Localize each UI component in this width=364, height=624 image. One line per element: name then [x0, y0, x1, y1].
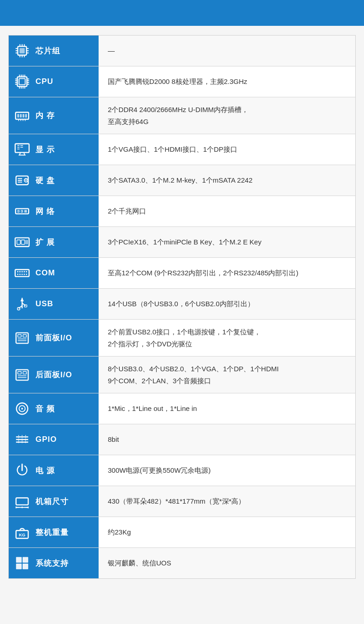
svg-rect-35: [23, 114, 24, 118]
svg-point-71: [23, 271, 25, 273]
front-io-icon: [13, 329, 31, 347]
svg-rect-114: [16, 564, 22, 569]
svg-rect-15: [19, 78, 25, 84]
size-icon: [13, 493, 31, 510]
svg-rect-112: [16, 557, 22, 563]
svg-point-74: [19, 273, 21, 275]
label-text-gpio: GPIO: [35, 435, 57, 444]
label-text-hdd: 硬 盘: [35, 175, 55, 186]
memory-icon: [13, 107, 31, 125]
svg-rect-64: [21, 240, 25, 244]
label-text-audio: 音 频: [35, 404, 55, 414]
label-cell-expansion: 扩 展: [9, 227, 99, 258]
value-cell-expansion: 3个PCIeX16、1个miniPCle B Key、1个M.2 E Key: [99, 227, 355, 258]
label-text-com: COM: [35, 268, 55, 278]
svg-point-69: [19, 271, 21, 273]
power-icon: [13, 462, 31, 479]
value-cell-com: 至高12个COM (9个RS232内部引出，2个RS232/485内部引出): [99, 258, 355, 289]
label-cell-hdd: 硬 盘: [9, 165, 99, 196]
com-icon: [13, 264, 31, 282]
svg-rect-41: [15, 144, 29, 153]
value-cell-power: 300W电源(可更换550W冗余电源): [99, 455, 355, 486]
value-cell-hdd: 3个SATA3.0、1个M.2 M-key、1个mSATA 2242: [99, 165, 355, 196]
svg-rect-63: [17, 240, 21, 244]
label-cell-os: 系统支持: [9, 548, 99, 579]
svg-point-60: [18, 211, 19, 212]
weight-icon: KG: [13, 523, 31, 541]
cpu-icon: [13, 73, 31, 90]
value-cell-weight: 约23Kg: [99, 517, 355, 548]
display-icon: [13, 141, 31, 158]
chipset-icon: [13, 42, 31, 59]
value-cell-size: 430（带耳朵482）*481*177mm（宽*深*高）: [99, 486, 355, 517]
specs-table-container: 芯片组—CPU国产飞腾腾锐D2000 8核处理器，主频2.3GHz内 存2个DD…: [8, 35, 356, 579]
label-cell-rear-io: 后面板I/O: [9, 357, 99, 393]
svg-rect-67: [15, 269, 29, 276]
svg-rect-103: [16, 498, 28, 505]
value-cell-network: 2个千兆网口: [99, 196, 355, 227]
svg-rect-1: [19, 48, 24, 53]
svg-point-61: [21, 211, 22, 212]
label-text-weight: 整机重量: [35, 527, 69, 538]
value-cell-gpio: 8bit: [99, 424, 355, 455]
label-text-size: 机箱尺寸: [35, 496, 69, 507]
hdd-icon: [13, 172, 31, 189]
value-cell-cpu: 国产飞腾腾锐D2000 8核处理器，主频2.3GHz: [99, 66, 355, 97]
svg-point-70: [22, 271, 23, 273]
svg-marker-79: [20, 298, 24, 302]
svg-rect-115: [23, 564, 28, 569]
label-cell-audio: 音 频: [9, 393, 99, 424]
page-wrapper: 芯片组—CPU国产飞腾腾锐D2000 8核处理器，主频2.3GHz内 存2个DD…: [0, 0, 364, 579]
svg-point-52: [25, 180, 27, 181]
value-cell-front-io: 2个前置USB2.0接口，1个电源按键，1个复位键，2个指示灯，3个DVD光驱位: [99, 320, 355, 357]
label-cell-chipset: 芯片组: [9, 36, 99, 66]
specs-table: 芯片组—CPU国产飞腾腾锐D2000 8核处理器，主频2.3GHz内 存2个DD…: [9, 36, 355, 578]
svg-rect-85: [18, 334, 22, 337]
svg-rect-62: [15, 238, 29, 247]
svg-point-73: [17, 273, 18, 275]
svg-point-68: [17, 271, 18, 273]
label-cell-usb: USB: [9, 289, 99, 320]
svg-point-77: [26, 273, 27, 275]
label-cell-front-io: 前面板I/O: [9, 320, 99, 357]
label-cell-gpio: GPIO: [9, 424, 99, 455]
svg-point-96: [21, 408, 23, 410]
svg-point-76: [23, 273, 25, 275]
label-text-chipset: 芯片组: [35, 46, 60, 56]
value-cell-display: 1个VGA接口、1个HDMI接口、1个DP接口: [99, 134, 355, 165]
label-text-power: 电 源: [35, 465, 55, 476]
svg-rect-34: [20, 114, 22, 118]
label-text-display: 显 示: [35, 144, 55, 155]
label-text-expansion: 扩 展: [35, 237, 55, 248]
svg-rect-33: [18, 114, 19, 118]
label-cell-weight: KG整机重量: [9, 517, 99, 548]
svg-rect-113: [23, 557, 28, 563]
label-cell-com: COM: [9, 258, 99, 289]
label-cell-power: 电 源: [9, 455, 99, 486]
svg-rect-36: [25, 114, 27, 118]
label-cell-cpu: CPU: [9, 66, 99, 97]
gpio-icon: [13, 431, 31, 448]
label-text-os: 系统支持: [35, 558, 69, 569]
label-text-memory: 内 存: [35, 110, 55, 121]
label-text-network: 网 络: [35, 206, 55, 217]
svg-text:KG: KG: [19, 532, 25, 537]
value-cell-usb: 14个USB（8个USB3.0，6个USB2.0内部引出）: [99, 289, 355, 320]
os-icon: [13, 554, 31, 572]
label-text-usb: USB: [35, 299, 53, 309]
label-cell-network: 网 络: [9, 196, 99, 227]
audio-icon: [13, 400, 31, 417]
value-cell-audio: 1*Mic，1*Line out，1*Line in: [99, 393, 355, 424]
svg-rect-90: [18, 371, 22, 374]
usb-icon: [13, 295, 31, 313]
expansion-icon: [13, 233, 31, 251]
header: [0, 0, 364, 26]
network-icon: [13, 202, 31, 220]
svg-rect-91: [23, 371, 27, 374]
label-cell-display: 显 示: [9, 134, 99, 165]
value-cell-os: 银河麒麟、统信UOS: [99, 548, 355, 579]
svg-point-75: [22, 273, 23, 275]
svg-rect-86: [23, 334, 27, 337]
value-cell-chipset: —: [99, 36, 355, 66]
label-text-cpu: CPU: [35, 77, 53, 86]
